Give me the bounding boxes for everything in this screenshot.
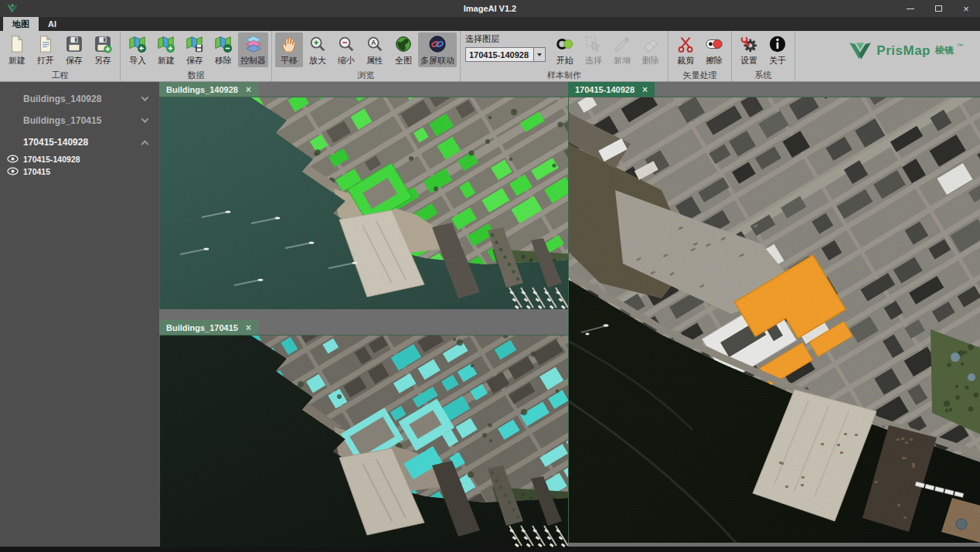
magnifier-a-icon: A — [365, 34, 385, 54]
sample-delete-button[interactable]: 删除 — [637, 32, 665, 67]
globe-icon — [393, 34, 413, 54]
project-save-button[interactable]: 保存 — [60, 32, 88, 67]
multi-screen-link-button[interactable]: 多屏联动 — [418, 32, 457, 67]
dropdown-arrow-icon[interactable] — [533, 48, 545, 61]
ribbon-group-project: 新建 打开 保存 另存 工程 — [0, 31, 121, 81]
map-canvas-buildings-170415[interactable] — [159, 335, 567, 547]
status-bar — [0, 547, 980, 552]
map-panel-buildings-140928: Buildings_140928 × — [159, 82, 567, 308]
data-controller-button[interactable]: 控制器 — [238, 32, 268, 67]
about-button[interactable]: 关于 — [764, 32, 791, 67]
brand-name: PrisMap — [876, 43, 931, 59]
ribbon-group-vector: 裁剪 擦除 矢量处理 — [669, 31, 732, 81]
group-label-browse: 浏览 — [275, 70, 457, 81]
ribbon-group-data: 导入 新建 保存 移除 控制器 数据 — [121, 31, 272, 81]
tab-close-icon[interactable]: × — [246, 322, 251, 333]
svg-text:A: A — [371, 39, 376, 46]
zoom-out-button[interactable]: 缩小 — [332, 32, 360, 67]
group-label-samples: 样本制作 — [464, 70, 665, 81]
eraser-icon — [641, 34, 661, 54]
brand-name-cn: 棱镜 — [935, 44, 954, 57]
clip-button[interactable]: 裁剪 — [672, 32, 699, 67]
map-tab-buildings-140928[interactable]: Buildings_140928 × — [159, 82, 258, 97]
magnifier-minus-icon — [336, 34, 356, 54]
project-open-button[interactable]: 打开 — [32, 32, 60, 67]
menu-bar: 地图 AI — [0, 17, 980, 31]
map-canvas-170415-140928[interactable] — [568, 97, 980, 542]
tree-layer-170415[interactable]: 170415 — [0, 165, 159, 178]
data-new-button[interactable]: 新建 — [152, 32, 180, 67]
full-extent-button[interactable]: 全图 — [390, 32, 417, 67]
map-canvas-buildings-140928[interactable] — [159, 97, 567, 308]
chevron-down-icon[interactable] — [142, 96, 148, 102]
project-saveas-button[interactable]: 另存 — [89, 32, 117, 67]
map-panel-170415-140928: 170415-140928 × — [568, 82, 980, 542]
group-label-project: 工程 — [3, 70, 117, 81]
tree-layer-170415-140928[interactable]: 170415-140928 — [0, 153, 159, 165]
chevron-down-icon[interactable] — [142, 118, 148, 124]
scissors-icon — [675, 34, 696, 54]
hand-pan-icon — [279, 34, 299, 54]
ribbon-group-samples: 选择图层 170415-140928 开始 选择 新增 删除 — [461, 31, 669, 81]
eye-visibility-icon[interactable] — [7, 155, 19, 165]
window-title: ImageAI V1.2 — [0, 4, 980, 13]
brand-logo: PrisMap 棱镜 ™ — [842, 31, 980, 81]
brand-trademark: ™ — [957, 43, 963, 49]
sample-start-button[interactable]: 开始 — [551, 32, 579, 67]
save-floppy-icon — [64, 34, 84, 54]
tree-group-buildings-170415[interactable]: Buildings_170415 — [0, 110, 159, 131]
ribbon-toolbar: 新建 打开 保存 另存 工程 导入 新建 — [0, 31, 980, 82]
pencil-icon — [612, 34, 632, 54]
layer-select-dropdown[interactable]: 170415-140928 — [465, 47, 546, 62]
tree-group-170415-140928[interactable]: 170415-140928 — [0, 131, 159, 153]
map-save-icon — [185, 34, 205, 54]
attributes-button[interactable]: A 属性 — [361, 32, 389, 67]
data-remove-button[interactable]: 移除 — [209, 32, 237, 67]
map-import-icon — [128, 34, 148, 54]
project-new-button[interactable]: 新建 — [3, 32, 31, 67]
magnifier-plus-icon — [308, 34, 328, 54]
tab-map[interactable]: 地图 — [3, 17, 39, 31]
group-label-system: 系统 — [735, 70, 791, 81]
open-document-icon — [36, 34, 56, 54]
map-workspace: Buildings_140928 × Buildings_170415 × — [159, 82, 980, 547]
ribbon-group-browse: 平移 放大 缩小 A 属性 全图 多屏联动 浏览 — [272, 31, 461, 81]
map-tab-buildings-170415[interactable]: Buildings_170415 × — [159, 320, 258, 335]
select-cursor-icon — [584, 34, 604, 54]
pan-button[interactable]: 平移 — [275, 32, 303, 67]
eye-visibility-icon[interactable] — [7, 167, 19, 177]
map-remove-icon — [213, 34, 233, 54]
sample-select-button[interactable]: 选择 — [580, 32, 607, 67]
erase-toggle-icon — [704, 34, 724, 54]
new-document-icon — [7, 34, 27, 54]
erase-button[interactable]: 擦除 — [700, 32, 728, 67]
settings-button[interactable]: 设置 — [735, 32, 763, 67]
link-chain-icon — [427, 34, 447, 54]
layer-select-box: 选择图层 170415-140928 — [464, 32, 550, 62]
zoom-in-button[interactable]: 放大 — [304, 32, 332, 67]
tab-close-icon[interactable]: × — [246, 84, 251, 95]
save-as-floppy-icon — [93, 34, 113, 54]
map-panel-buildings-170415: Buildings_170415 × — [159, 320, 567, 547]
group-label-data: 数据 — [124, 70, 268, 81]
info-icon — [767, 34, 788, 54]
chevron-up-icon[interactable] — [142, 139, 148, 145]
layer-tree-sidebar: Buildings_140928 Buildings_170415 170415… — [0, 82, 159, 547]
gear-wrench-icon — [739, 34, 759, 54]
group-label-vector: 矢量处理 — [672, 70, 728, 81]
tab-close-icon[interactable]: × — [642, 84, 648, 95]
toggle-start-icon — [555, 34, 575, 54]
tab-ai[interactable]: AI — [39, 17, 66, 31]
tree-group-buildings-140928[interactable]: Buildings_140928 — [0, 88, 159, 110]
ribbon-group-system: 设置 关于 系统 — [732, 31, 795, 81]
prismap-logo-icon — [849, 41, 872, 60]
layers-stack-icon — [243, 34, 264, 54]
sample-add-button[interactable]: 新增 — [608, 32, 636, 67]
map-add-icon — [156, 34, 176, 54]
layer-select-value: 170415-140928 — [466, 48, 533, 61]
data-save-button[interactable]: 保存 — [181, 32, 209, 67]
title-bar: ImageAI V1.2 × — [0, 0, 980, 17]
data-import-button[interactable]: 导入 — [124, 32, 151, 67]
map-tab-170415-140928[interactable]: 170415-140928 × — [568, 82, 655, 97]
layer-select-label: 选择图层 — [465, 33, 546, 45]
